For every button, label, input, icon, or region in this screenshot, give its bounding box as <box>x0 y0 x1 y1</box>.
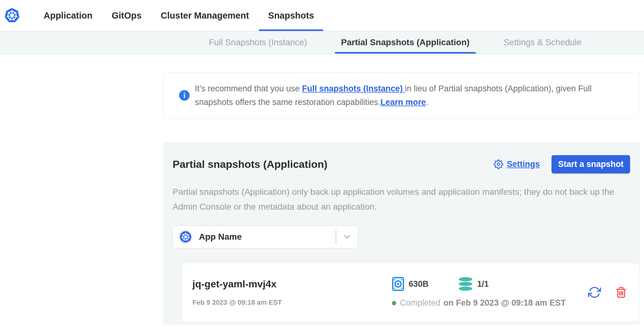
snapshot-size: 630B <box>409 279 429 289</box>
kubernetes-logo-icon <box>4 7 20 24</box>
snapshot-status-detail: on Feb 9 2023 @ 09:18 am EST <box>444 298 566 308</box>
partial-snapshots-panel: Partial snapshots (Application) Settings… <box>163 142 640 325</box>
panel-title: Partial snapshots (Application) <box>173 158 328 170</box>
volume-stat: 1/1 <box>458 277 489 291</box>
panel-header-actions: Settings Start a snapshot <box>494 155 630 173</box>
trash-icon <box>615 286 627 298</box>
banner-text-part3: . <box>426 98 428 107</box>
tab-settings-schedule[interactable]: Settings & Schedule <box>497 31 588 54</box>
full-snapshots-link[interactable]: Full snapshots (Instance) <box>302 84 405 93</box>
settings-link[interactable]: Settings <box>494 159 540 169</box>
panel-header: Partial snapshots (Application) Settings… <box>173 155 630 173</box>
restore-icon <box>588 286 601 299</box>
snapshot-size-volumes-row: 630B 1/1 <box>392 277 566 291</box>
snapshot-created-date: Feb 9 2023 @ 09:18 am EST <box>192 299 392 307</box>
tab-full-snapshots-instance[interactable]: Full Snapshots (Instance) <box>203 31 313 54</box>
snapshot-row: jq-get-yaml-mvj4x Feb 9 2023 @ 09:18 am … <box>182 263 640 322</box>
restore-snapshot-button[interactable] <box>588 286 601 299</box>
snapshot-main-info: jq-get-yaml-mvj4x Feb 9 2023 @ 09:18 am … <box>192 278 392 307</box>
status-dot-icon <box>392 301 396 305</box>
snapshot-name: jq-get-yaml-mvj4x <box>192 278 392 290</box>
snapshot-volumes: 1/1 <box>477 279 489 289</box>
start-snapshot-button[interactable]: Start a snapshot <box>552 155 630 173</box>
snapshot-status: Completed <box>400 298 440 308</box>
nav-item-application[interactable]: Application <box>34 0 102 31</box>
gear-icon <box>494 159 503 169</box>
disk-icon <box>392 277 404 291</box>
learn-more-link[interactable]: Learn more <box>380 98 426 107</box>
nav-items: Application GitOps Cluster Management Sn… <box>34 0 324 31</box>
nav-item-snapshots[interactable]: Snapshots <box>259 0 323 31</box>
banner-text-part1: It’s recommend that you use <box>195 84 302 93</box>
snapshot-actions <box>588 286 627 299</box>
app-name-select[interactable]: App Name <box>173 225 358 248</box>
app-select-value: App Name <box>199 232 242 242</box>
info-banner: i It’s recommend that you use Full snaps… <box>163 72 640 119</box>
nav-item-cluster-management[interactable]: Cluster Management <box>152 0 258 31</box>
settings-link-label: Settings <box>507 159 540 169</box>
panel-description: Partial snapshots (Application) only bac… <box>173 185 627 214</box>
banner-text: It’s recommend that you use Full snapsho… <box>195 82 627 109</box>
delete-snapshot-button[interactable] <box>615 286 627 298</box>
info-icon: i <box>179 90 190 101</box>
top-nav: Application GitOps Cluster Management Sn… <box>0 0 644 31</box>
snapshot-stats: 630B 1/1 Completed on Feb 9 2023 @ 09:18… <box>392 277 566 308</box>
app-kubernetes-icon <box>180 231 191 243</box>
nav-item-gitops[interactable]: GitOps <box>102 0 151 31</box>
volumes-database-icon <box>458 277 473 291</box>
tab-partial-snapshots-application[interactable]: Partial Snapshots (Application) <box>335 31 476 54</box>
snapshots-tab-bar: Full Snapshots (Instance) Partial Snapsh… <box>0 31 644 54</box>
chevron-down-icon[interactable] <box>336 232 358 242</box>
snapshot-status-row: Completed on Feb 9 2023 @ 09:18 am EST <box>392 298 566 308</box>
